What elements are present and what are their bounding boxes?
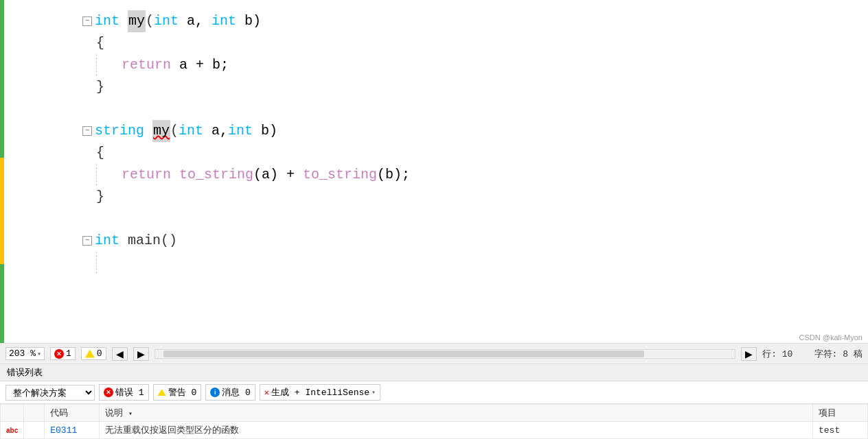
code-line-6: − string my ( int a, int b) (82, 120, 868, 142)
collapse-btn-3[interactable]: − (82, 236, 92, 246)
h-scroll-thumb (163, 351, 644, 357)
fn-main: main (128, 230, 161, 252)
errors-filter-icon: ✕ (104, 388, 113, 397)
errors-filter-label: 错误 1 (115, 386, 144, 399)
collapse-btn-1[interactable]: − (82, 16, 92, 26)
messages-filter-btn[interactable]: i 消息 0 (205, 384, 255, 401)
kw-string-1: string (95, 120, 144, 142)
horizontal-scrollbar[interactable] (155, 349, 735, 359)
row-desc-cell: 无法重载仅按返回类型区分的函数 (100, 422, 813, 439)
next-error-btn[interactable]: ▶ (133, 347, 149, 361)
error-count: 1 (66, 348, 71, 359)
code-line-3: return a + b; (82, 54, 868, 76)
code-line-7: { (82, 142, 868, 164)
code-line-4: } (82, 76, 868, 98)
sort-icon[interactable]: ▾ (128, 410, 133, 418)
yellow-segment-1 (0, 158, 4, 264)
error-icon: ✕ (54, 349, 64, 359)
warnings-filter-icon (158, 389, 166, 396)
collapse-btn-2[interactable]: − (82, 126, 92, 136)
intellisense-btn[interactable]: ✕ 生成 + IntelliSense ▾ (260, 384, 380, 401)
zoom-dropdown-icon[interactable]: ▾ (37, 350, 41, 358)
code-line-12 (82, 252, 868, 274)
code-line-2: { (82, 32, 868, 54)
fn-my-2: my (152, 120, 170, 142)
col-num-header (24, 405, 45, 422)
code-line-1: − int my ( int a, int b) (82, 10, 868, 32)
error-badge: ✕ 1 (50, 347, 76, 360)
scope-select[interactable]: 整个解决方案 (5, 385, 95, 401)
error-panel-title: 错误列表 (7, 366, 43, 379)
code-line-8: return to_string (a) + to_string (b); (82, 164, 868, 186)
col-desc-header: 说明 ▾ (100, 405, 813, 422)
code-lines-container: − int my ( int a, int b) { return (76, 0, 868, 343)
position-info: 行: 10 字符: 8 (762, 348, 848, 360)
row-code-cell: E0311 (45, 422, 100, 439)
warnings-filter-label: 警告 0 (168, 386, 197, 399)
status-bar: 203 % ▾ ✕ 1 0 ◀ ▶ ▶ 行: 10 字符: 8 稿 (0, 343, 868, 364)
zoom-value: 203 % (9, 348, 36, 359)
warning-count: 0 (97, 348, 102, 359)
code-line-9: } (82, 186, 868, 208)
kw-int-1: int (95, 10, 119, 32)
scroll-right-btn[interactable]: ▶ (741, 347, 757, 361)
warning-badge: 0 (81, 347, 106, 360)
fn-my-1: my (128, 10, 146, 32)
code-line-11: − int main () (82, 230, 868, 252)
messages-filter-label: 消息 0 (222, 386, 251, 399)
code-content: − int my ( int a, int b) { return (0, 0, 868, 343)
intellisense-icon: ✕ (264, 388, 269, 398)
error-panel-header: 错误列表 (0, 364, 868, 381)
col-project-header: 项目 (813, 405, 868, 422)
editor-area: − int my ( int a, int b) { return (0, 0, 868, 343)
row-icon-cell: abc (1, 422, 24, 439)
table-row: abc E0311 无法重载仅按返回类型区分的函数 test (1, 422, 868, 439)
error-panel-toolbar: 整个解决方案 ✕ 错误 1 警告 0 i 消息 0 ✕ 生成 + Intelli… (0, 381, 868, 404)
errors-filter-btn[interactable]: ✕ 错误 1 (99, 384, 149, 401)
kw-int-2: int (95, 230, 119, 252)
warning-icon (85, 350, 95, 358)
watermark: CSDN @kali-Myon (799, 333, 863, 342)
error-panel: 错误列表 整个解决方案 ✕ 错误 1 警告 0 i 消息 0 ✕ 生成 + In… (0, 364, 868, 439)
intellisense-label: 生成 + IntelliSense (271, 386, 369, 399)
col-code-header: 代码 (45, 405, 100, 422)
left-gutter (0, 0, 76, 343)
prev-error-btn[interactable]: ◀ (112, 347, 128, 361)
code-line-5 (82, 98, 868, 120)
col-icon-header (1, 405, 24, 422)
intellisense-dropdown-icon: ▾ (372, 388, 376, 396)
row-num-cell (24, 422, 45, 439)
error-code-link[interactable]: E0311 (50, 425, 77, 436)
row-project-cell: test (813, 422, 868, 439)
messages-filter-icon: i (210, 388, 220, 397)
error-table: 代码 说明 ▾ 项目 abc E0311 无法重载仅按返回类型区分的函数 tes… (0, 404, 868, 439)
row-error-type-icon: abc (6, 427, 18, 434)
zoom-control[interactable]: 203 % ▾ (5, 347, 45, 360)
warnings-filter-btn[interactable]: 警告 0 (153, 384, 202, 401)
code-line-10 (82, 208, 868, 230)
